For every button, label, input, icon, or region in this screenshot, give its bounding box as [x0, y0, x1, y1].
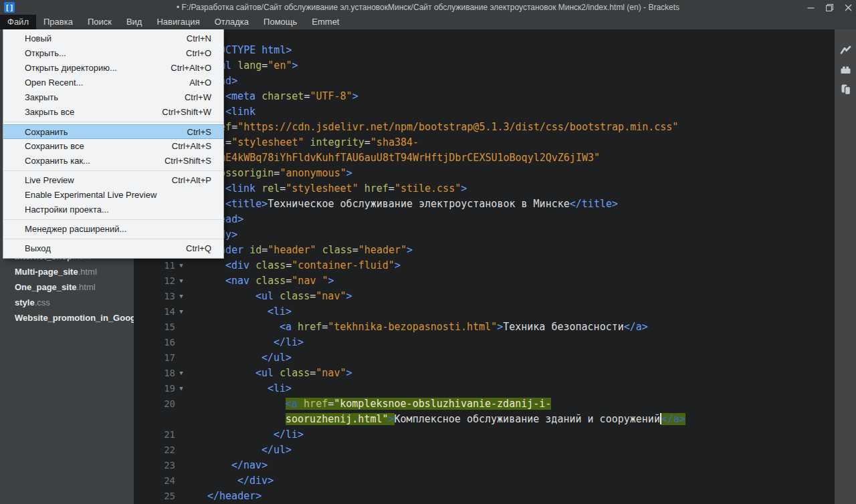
code-token: > [346, 367, 352, 379]
menu-item[interactable]: Открыть...Ctrl+O [3, 46, 223, 61]
code-line[interactable]: 23</nav> [134, 458, 835, 473]
code-token: = [231, 121, 237, 133]
code-token: = [261, 59, 268, 72]
code-line[interactable]: 11▼<div class="container-fluid"> [134, 258, 835, 273]
code-line[interactable]: 24</div> [134, 473, 835, 489]
code-token [249, 275, 255, 287]
fold-arrow-icon[interactable]: ▼ [175, 381, 187, 396]
code-token: = [310, 367, 316, 379]
code-line[interactable]: 8</head> [134, 212, 835, 227]
code-line[interactable]: 5<link [134, 104, 835, 120]
menubar-item-поиск[interactable]: Поиск [80, 15, 119, 29]
menu-item[interactable]: Live PreviewCtrl+Alt+P [3, 173, 223, 188]
menubar-item-отладка[interactable]: Отладка [207, 15, 256, 29]
code-token: "kompleksnoe-obsluzhivanie-zdanij-i- [334, 398, 551, 410]
fold-arrow-icon[interactable]: ▼ [175, 366, 187, 381]
code-token: <li> [268, 382, 292, 394]
menu-item[interactable]: Enable Experimental Live Preview [3, 188, 223, 203]
code-text: <a href="kompleksnoe-obsluzhivanie-zdani… [187, 396, 551, 412]
code-token: </li> [274, 336, 304, 348]
close-icon[interactable] [844, 3, 852, 11]
code-line[interactable]: 19▼<li> [134, 381, 835, 396]
code-token: > [346, 290, 352, 302]
sidebar-file[interactable]: style.css [0, 295, 134, 310]
menu-item[interactable]: Закрыть всеCtrl+Shift+W [3, 105, 223, 120]
file-name: One_page_site [15, 282, 77, 292]
code-line[interactable]: crossorigin="anonymous"> [134, 166, 835, 181]
code-line[interactable]: 12▼<nav class="nav "> [134, 273, 835, 289]
code-line[interactable]: 9▼<body> [134, 227, 835, 243]
code-line[interactable]: 14▼<li> [134, 304, 835, 320]
menu-item[interactable]: Open Recent...Alt+O [3, 76, 223, 90]
sidebar-file[interactable]: Multi-page_site.html [0, 264, 134, 279]
code-text: </nav> [187, 458, 268, 473]
code-line[interactable]: 3▼<head> [134, 74, 835, 89]
code-line[interactable]: 22</ul> [134, 443, 835, 458]
menubar-item-файл[interactable]: Файл [0, 15, 36, 29]
extension-manager-icon[interactable] [838, 62, 853, 77]
menu-item[interactable]: Сохранить как...Ctrl+Shift+S [3, 154, 223, 168]
code-line[interactable]: sooruzhenij.html">Комплексное обслуживан… [134, 412, 835, 427]
code-editor[interactable]: 1<!DOCTYPE html>2▼<html lang="en">3▼<hea… [134, 29, 835, 504]
menubar-item-правка[interactable]: Правка [36, 15, 80, 29]
menubar-item-навигация[interactable]: Навигация [149, 15, 207, 29]
menu-item[interactable]: Сохранить всеCtrl+Alt+S [3, 139, 223, 154]
menu-item[interactable]: Менеджер расширений... [3, 222, 223, 237]
code-token: class [280, 290, 310, 302]
menu-item[interactable]: Открыть директорию...Ctrl+Alt+O [3, 61, 223, 76]
code-token: <title> [225, 198, 268, 210]
file-extension: .html [77, 282, 96, 292]
menu-item[interactable]: СохранитьCtrl+S [3, 124, 223, 139]
fold-gutter [175, 396, 187, 412]
sidebar-file[interactable]: Website_promotion_in_Google.html [0, 310, 134, 326]
menu-item[interactable]: ВыходCtrl+Q [3, 241, 223, 256]
window-title: • F:/Разработка сайтов/Сайт обслуживание… [0, 3, 856, 12]
fold-arrow-icon[interactable]: ▼ [175, 289, 187, 304]
code-line[interactable]: 10▼<header id="header" class="header"> [134, 243, 835, 258]
menu-item[interactable]: Настройки проекта... [3, 203, 223, 217]
code-line[interactable]: 20<a href="kompleksnoe-obsluzhivanie-zda… [134, 396, 835, 412]
code-line[interactable]: 25</header> [134, 489, 835, 504]
code-line[interactable]: 1<!DOCTYPE html> [134, 43, 835, 58]
live-preview-icon[interactable] [838, 43, 853, 57]
fold-arrow-icon[interactable]: ▼ [175, 273, 187, 289]
menu-item-shortcut: Ctrl+Shift+S [165, 154, 223, 168]
code-line[interactable]: 18▼<ul class="nav"> [134, 366, 835, 381]
code-line[interactable]: 21</li> [134, 427, 835, 443]
menu-item[interactable]: ЗакрытьCtrl+W [3, 90, 223, 105]
code-line[interactable]: 7<title>Техническое обслуживание электро… [134, 197, 835, 212]
code-line[interactable]: 2▼<html lang="en"> [134, 58, 835, 74]
code-token: "nav" [316, 367, 346, 379]
restore-icon[interactable] [825, 3, 833, 11]
code-token: > [352, 90, 358, 102]
menubar-item-вид[interactable]: Вид [119, 15, 150, 29]
menu-item-shortcut: Alt+O [189, 76, 223, 90]
fold-gutter [175, 350, 187, 366]
code-line[interactable]: rel="stylesheet" integrity="sha384- [134, 135, 835, 150]
code-line[interactable]: 4<meta charset="UTF-8"> [134, 89, 835, 104]
code-token: "stile.css" [395, 182, 461, 195]
menubar-item-помощь[interactable]: Помощь [256, 15, 304, 29]
code-line[interactable]: 15<a href="tekhnika-bezopasnosti.html">Т… [134, 320, 835, 335]
fold-arrow-icon[interactable]: ▼ [175, 258, 187, 273]
sidebar-file[interactable]: One_page_site.html [0, 279, 134, 295]
code-line[interactable]: 13▼<ul class="nav"> [134, 289, 835, 304]
menu-separator [4, 239, 223, 239]
code-line[interactable]: 16</li> [134, 335, 835, 350]
menu-item-label: Сохранить как... [3, 154, 165, 168]
code-line[interactable]: 17</ul> [134, 350, 835, 366]
menubar-item-emmet[interactable]: Emmet [304, 15, 346, 29]
menu-separator [4, 170, 223, 171]
fold-arrow-icon[interactable]: ▼ [175, 304, 187, 320]
code-line[interactable]: 6<link rel="stylesheet" href="stile.css"… [134, 181, 835, 197]
code-pane: 1<!DOCTYPE html>2▼<html lang="en">3▼<hea… [134, 43, 835, 504]
code-token: = [286, 259, 292, 271]
code-line[interactable]: href="https://cdn.jsdelivr.net/npm/boots… [134, 120, 835, 135]
menu-item-label: Выход [3, 241, 186, 256]
menu-item[interactable]: НовыйCtrl+N [3, 31, 223, 46]
line-number: 15 [134, 320, 175, 335]
split-view-icon[interactable] [838, 82, 853, 96]
code-line[interactable]: 1BmE4kWBq78iYhFldvKuhfTAU6auU8tT94WrHftj… [134, 150, 835, 166]
minimize-icon[interactable] [807, 3, 815, 11]
code-text: <a href="tekhnika-bezopasnosti.html">Тех… [187, 320, 648, 335]
